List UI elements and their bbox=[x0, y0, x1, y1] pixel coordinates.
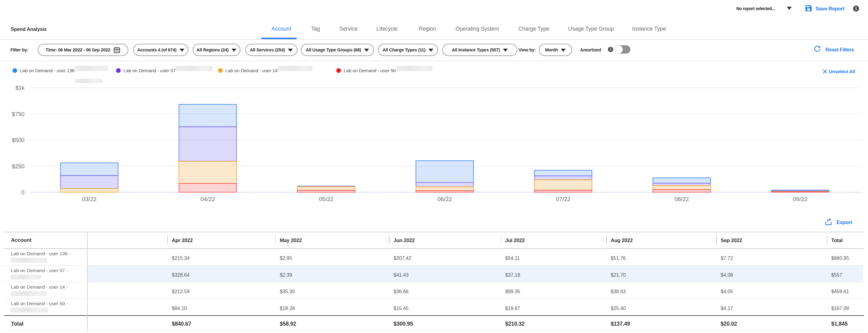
svg-text:09/22: 09/22 bbox=[793, 196, 808, 202]
svg-text:$500: $500 bbox=[12, 137, 25, 143]
svg-text:08/22: 08/22 bbox=[675, 196, 689, 202]
svg-text:07/22: 07/22 bbox=[556, 196, 570, 202]
svg-text:$1k: $1k bbox=[15, 85, 25, 91]
svg-text:03/22: 03/22 bbox=[82, 196, 97, 202]
svg-text:$250: $250 bbox=[12, 163, 25, 170]
svg-text:0: 0 bbox=[22, 189, 25, 196]
svg-text:04/22: 04/22 bbox=[200, 196, 215, 202]
svg-text:06/22: 06/22 bbox=[437, 196, 452, 202]
svg-text:$750: $750 bbox=[12, 111, 25, 117]
svg-text:05/22: 05/22 bbox=[319, 196, 334, 202]
